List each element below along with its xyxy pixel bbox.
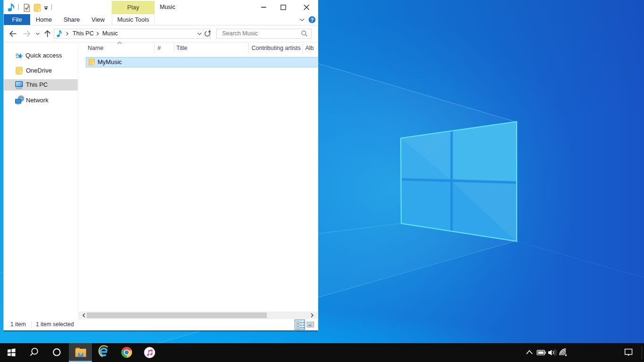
svg-text:?: ? bbox=[310, 17, 314, 23]
